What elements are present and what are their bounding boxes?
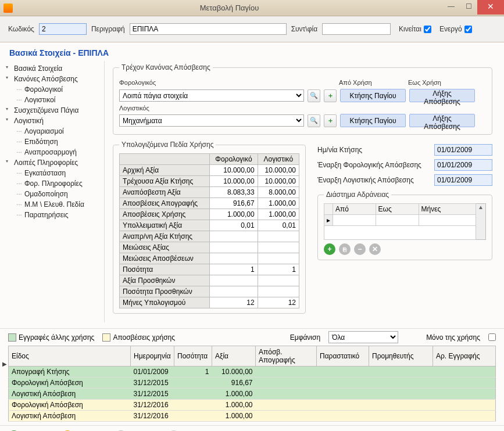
add-icon[interactable]: ＋ [324,89,337,102]
calc-row-acc: 1.000,00 [258,198,299,209]
tree-item[interactable]: Λογιστικοί [8,95,101,105]
acc-rule-label: Λογιστικός [119,105,149,112]
grid-h-value[interactable]: Αξία [212,346,256,367]
acquisition-start-button[interactable]: Κτήσης Παγίου [340,89,406,102]
tree-item[interactable]: Ομαδοποίηση [8,189,101,199]
acq-date-input[interactable] [434,144,492,156]
idle-months-header: Μήνες [419,204,476,215]
remove-icon[interactable]: − [354,243,366,255]
from-use-label: Από Χρήση [339,79,372,86]
calc-row-tax: 1 [210,264,258,275]
table-row[interactable]: Φορολογική Απόσβεση31/12/20161.000,00 [9,400,496,411]
tree-item[interactable]: Λογιστική [8,116,101,126]
tree-item[interactable]: Εγκατάσταση [8,168,101,178]
calc-row-acc: 10.000,00 [258,176,299,187]
grid-h-doc[interactable]: Παραστατικό [317,346,369,367]
calc-row-label: Αποσβέσεις Χρήσης [120,209,210,220]
app-icon [3,3,13,13]
show-select[interactable]: Όλα [328,331,398,343]
calc-row-acc [258,286,299,297]
calc-table: ΦορολογικόΛογιστικό Αρχική Αξία10.000,00… [119,153,299,308]
grid-h-qty[interactable]: Ποσότητα [174,346,212,367]
tree-item[interactable]: Λογαριασμοί [8,126,101,137]
tree-item[interactable]: Βασικά Στοιχεία [8,63,101,74]
close-button[interactable]: ✕ [477,0,504,15]
delete-icon[interactable]: ✕ [369,243,381,255]
depreciation-end-button-2[interactable]: Λήξης Απόσβεσης [409,114,475,127]
subsidy-label: Συντ\φία [291,25,317,33]
code-label: Κωδικός [8,25,34,33]
tree-item[interactable]: Παρατηρήσεις [8,210,101,220]
copy-icon[interactable]: ⎘ [339,243,351,255]
calc-row-acc [258,231,299,242]
acc-start-input[interactable] [434,174,492,186]
only-year-label: Μόνο της χρήσης [426,333,480,342]
grid-h-type[interactable]: Είδος [9,346,131,367]
table-row[interactable]: Λογιστική Απόσβεση31/12/20151.000,00 [9,389,496,400]
tree-item[interactable]: Λοιπές Πληροφορίες [8,157,101,168]
calc-fieldset: Yπολογιζόμενα Πεδία Χρήσης ΦορολογικόΛογ… [113,141,306,314]
calc-col-acc: Λογιστικό [258,154,299,165]
idle-to-header: Εως [376,204,419,215]
calc-row-tax [210,231,258,242]
subsidy-input[interactable] [322,23,391,35]
calc-row-tax [210,286,258,297]
calc-row-tax [210,242,258,253]
scrollbar[interactable]: ▲ [476,203,486,240]
minimize-button[interactable]: — [442,0,460,13]
grid-h-date[interactable]: Ημερομηνία [131,346,174,367]
section-heading: Βασικά Στοιχεία - ΕΠΙΠΛΑ [0,42,504,61]
calc-row-acc: 10.000,00 [258,165,299,176]
calc-row-label: Υπολλειματική Αξία [120,220,210,231]
calc-row-acc: 1 [258,264,299,275]
search-icon[interactable]: 🔍 [308,114,320,127]
active-label: Ενεργό [439,25,462,33]
acc-rule-select[interactable]: Μηχανήματα [119,114,304,127]
calc-row-tax: 10.000,00 [210,176,258,187]
active-checkbox[interactable] [464,26,472,33]
window-title: Μεταβολή Παγίου [16,3,442,12]
calc-row-acc: 0,01 [258,220,299,231]
tax-start-input[interactable] [434,159,492,171]
tree-item[interactable]: Επιδότηση [8,137,101,147]
tree-item[interactable]: Μ.Μ \ Ελευθ. Πεδία [8,199,101,210]
tree-item[interactable]: Κανόνες Απόσβεσης [8,74,101,84]
calc-row-acc: 12 [258,297,299,308]
tree-item[interactable]: Φορολογικοί [8,84,101,95]
table-row[interactable]: Απογραφή Κτήσης01/01/2009110.000,00 [9,367,496,378]
search-icon[interactable]: 🔍 [308,89,320,102]
calc-row-tax: 8.083,33 [210,187,258,198]
calc-row-label: Αναπόσβεστη Αξία [120,187,210,198]
calc-row-acc: 1.000,00 [258,209,299,220]
grid-h-record[interactable]: Αρ. Εγγραφής [433,346,496,367]
idle-legend: Διάστημα Αδράνειας [324,191,391,199]
calc-row-label: Ποσότητα Προσθηκών [120,286,210,297]
add-icon[interactable]: ＋ [324,114,337,127]
grid-h-inv[interactable]: Απόσβ. Απογραφής [256,346,317,367]
add-icon[interactable]: + [324,243,335,255]
calc-row-acc [258,253,299,264]
code-input[interactable] [39,23,87,35]
only-year-checkbox[interactable] [488,333,496,341]
tree-item[interactable]: Συσχετιζόμενα Πάγια [8,105,101,116]
calc-row-acc: 8.000,00 [258,187,299,198]
table-row[interactable]: Λογιστική Απόσβεση31/12/20161.000,00 [9,411,496,422]
depreciation-end-button[interactable]: Λήξης Απόσβεσης [409,89,475,102]
moves-label: Κινείται [399,25,421,33]
calc-row-label: Αξία Προσθηκών [120,275,210,286]
maximize-button[interactable]: ☐ [460,0,477,13]
grid-h-supplier[interactable]: Προμηθευτής [369,346,433,367]
calc-row-tax: 0,01 [210,220,258,231]
tree-item[interactable]: Αναπροσαρμογή [8,147,101,157]
acquisition-start-button-2[interactable]: Κτήσης Παγίου [340,114,406,127]
legend-swatch-yellow [102,333,110,342]
entries-grid[interactable]: Είδος Ημερομηνία Ποσότητα Αξία Απόσβ. Απ… [8,346,496,422]
tax-rule-select[interactable]: Λοιπά πάγια στοιχεία [119,89,304,102]
calc-row-tax: 1.000,00 [210,209,258,220]
tree-item[interactable]: Φορ. Πληροφορίες [8,178,101,189]
calc-row-label: Αποσβέσεις Απογραφής [120,198,210,209]
table-row[interactable]: Φορολογική Απόσβεση31/12/2015916,67 [9,378,496,389]
idle-table[interactable]: ΑπόΕωςΜήνες ▸ [324,203,476,240]
moves-checkbox[interactable] [424,26,431,33]
description-input[interactable] [130,23,287,35]
